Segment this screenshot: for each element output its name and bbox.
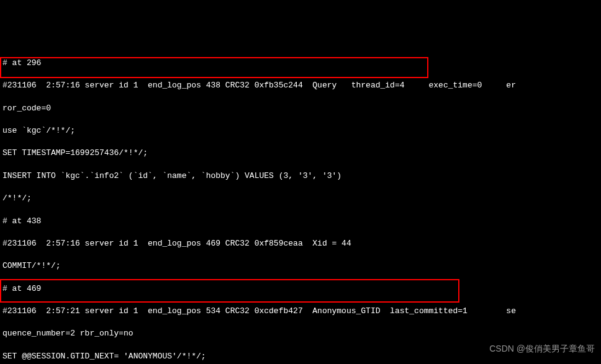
log-line: #231106 2:57:16 server id 1 end_log_pos … bbox=[2, 238, 599, 249]
watermark-text: CSDN @俊俏美男子章鱼哥 bbox=[489, 343, 595, 355]
log-line: SET TIMESTAMP=1699257436/*!*/; bbox=[2, 148, 599, 159]
log-line: use `kgc`/*!*/; bbox=[2, 125, 599, 136]
log-line: #231106 2:57:16 server id 1 end_log_pos … bbox=[2, 80, 599, 91]
log-line: # at 469 bbox=[2, 283, 599, 295]
log-line: ror_code=0 bbox=[2, 103, 599, 114]
terminal-output: # at 296 #231106 2:57:16 server id 1 end… bbox=[2, 47, 599, 364]
sql-insert-line: INSERT INTO `kgc`.`info2` (`id`, `name`,… bbox=[2, 171, 599, 182]
log-line: /*!*/; bbox=[2, 193, 599, 204]
log-line: COMMIT/*!*/; bbox=[2, 260, 599, 272]
log-line: # at 296 bbox=[2, 58, 599, 69]
log-line: quence_number=2 rbr_only=no bbox=[2, 328, 599, 339]
log-line: # at 438 bbox=[2, 216, 599, 227]
log-line: #231106 2:57:21 server id 1 end_log_pos … bbox=[2, 306, 599, 317]
